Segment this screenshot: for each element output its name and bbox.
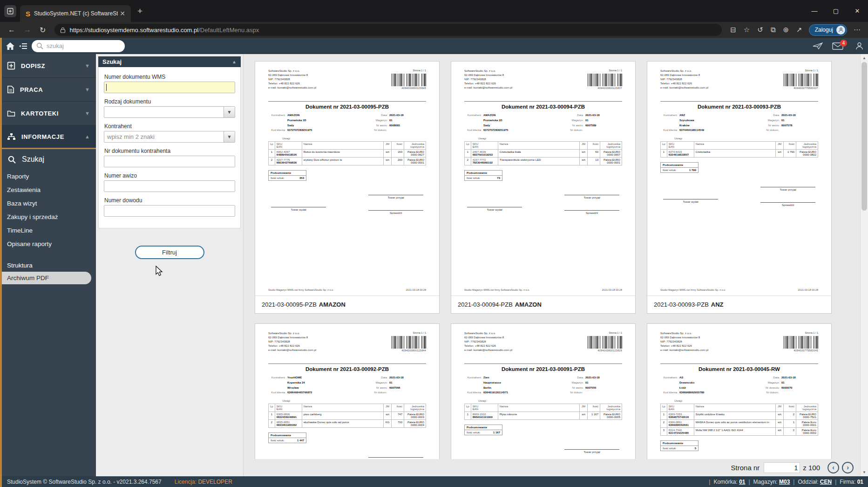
vertical-scrollbar[interactable]: ▲ ▼ xyxy=(860,54,868,476)
statusbar-value[interactable]: CEN xyxy=(820,479,832,485)
meta-label: Kod klienta xyxy=(660,128,677,133)
scroll-up-icon[interactable]: ▲ xyxy=(861,54,868,62)
collapse-panel-icon[interactable]: ▲ xyxy=(232,59,237,64)
next-page-button[interactable]: › xyxy=(842,462,854,473)
history-icon[interactable]: ↺ xyxy=(753,26,767,34)
meta-row: Szyszkowa xyxy=(660,118,763,123)
browser-tab[interactable]: S StudioSystem.NET (c) SoftwareSt ✕ xyxy=(20,5,131,22)
split-screen-icon[interactable]: ⊟ xyxy=(726,26,740,34)
signature-block: Towar wydałTowar przyjąłSprawdził xyxy=(464,195,622,214)
global-search-input[interactable]: szukaj xyxy=(32,40,125,52)
meta-value: 01 xyxy=(585,380,589,385)
sidebar-subitem-timeline[interactable]: TimeLine xyxy=(0,224,96,237)
minimize-button[interactable]: — xyxy=(804,0,825,22)
workspaces-icon[interactable] xyxy=(4,5,16,17)
caption-number: 2021-03-00095-PZB xyxy=(262,301,317,308)
page-info: Strona 1 / 14094000800123837 xyxy=(588,69,622,90)
meta-row: Hauptstrasse xyxy=(464,380,567,385)
meta-label: Magazyn xyxy=(763,380,779,385)
sidebar-subitem-zestawienia[interactable]: Zestawienia xyxy=(0,183,96,197)
extensions-icon[interactable]: ⊕ xyxy=(779,26,793,34)
sidebar-subitem-baza-wizyt[interactable]: Baza wizyt xyxy=(0,197,96,210)
back-icon[interactable]: ← xyxy=(4,26,20,34)
meta-row: Kod klienta6366968662955780 xyxy=(660,390,763,395)
document-card[interactable]: SoftwareStudio Sp. z o.o.62-069 Dąbrowa … xyxy=(255,61,440,314)
address-bar[interactable]: https://studiosystemdemo.softwarestudio.… xyxy=(54,24,722,36)
meta-value: 01 xyxy=(389,118,393,123)
select-value: wpisz min 2 znaki xyxy=(104,131,224,142)
sidebar-subitem-archiwum-pdf[interactable]: Archiwum PDF xyxy=(0,272,91,284)
field-label: Numer awizo xyxy=(104,172,235,179)
browser-login-button[interactable]: Zaloguj xyxy=(809,24,847,36)
document-card[interactable]: SoftwareStudio Sp. z o.o.62-069 Dąbrowa … xyxy=(255,323,440,476)
filter-panel-header[interactable]: Szukaj ▲ xyxy=(98,56,241,67)
select-kontrahent[interactable]: wpisz min 2 znaki▼ xyxy=(104,131,235,143)
document-meta: KontrahentYourHOMEKopernika 34WrocławKod… xyxy=(268,375,426,395)
scrollbar-thumb[interactable] xyxy=(861,62,867,211)
collapse-menu-icon[interactable] xyxy=(19,42,28,50)
signature-right-column: Towar przyjąłSprawdził xyxy=(368,195,423,214)
page-label: Strona nr xyxy=(731,464,760,472)
chevron-down-icon[interactable]: ▼ xyxy=(224,131,235,142)
sidebar-subitem-opisane-raporty[interactable]: Opisane raporty xyxy=(0,237,96,251)
close-button[interactable]: ✕ xyxy=(847,0,868,22)
sidebar-subitem-zakupy-i-sprzeda-[interactable]: Zakupy i sprzedaż xyxy=(0,210,96,224)
collections-icon[interactable]: ⧉ xyxy=(767,26,780,34)
sidebar-item-dopisz[interactable]: DOPISZ▼ xyxy=(0,54,96,78)
meta-label: Magazyn xyxy=(567,380,583,385)
send-icon[interactable] xyxy=(813,42,823,49)
meta-row: Magazyn01 xyxy=(763,118,818,123)
input-nr-dokumentu-kontrahenta[interactable] xyxy=(104,156,235,167)
favorites-star-icon[interactable]: ☆ xyxy=(740,26,753,34)
document-card[interactable]: SoftwareStudio Sp. z o.o.62-069 Dąbrowa … xyxy=(451,323,636,476)
document-card[interactable]: SoftwareStudio Sp. z o.o.62-069 Dąbrowa … xyxy=(451,61,636,314)
barcode-image xyxy=(784,74,818,86)
statusbar-value: 01 xyxy=(857,479,863,485)
home-icon[interactable] xyxy=(6,42,15,50)
sidebar-subitem-raporty[interactable]: Raporty xyxy=(0,170,96,183)
uwagi-label: Uwagi: xyxy=(674,137,818,140)
input-numer-dokumentu-wms[interactable] xyxy=(104,82,235,93)
chevron-down-icon[interactable]: ▼ xyxy=(224,107,235,117)
document-card[interactable]: SoftwareStudio Sp. z o.o.62-069 Dąbrowa … xyxy=(647,323,832,476)
filter-button[interactable]: Filtruj xyxy=(135,246,204,259)
statusbar-value[interactable]: 01 xyxy=(739,479,745,485)
page-count-label: Strona 1 / 1 xyxy=(784,331,818,334)
tab-close-icon[interactable]: ✕ xyxy=(118,10,127,17)
page-number-input[interactable] xyxy=(764,462,800,473)
input-numer-awizo[interactable] xyxy=(104,180,235,192)
scroll-down-icon[interactable]: ▼ xyxy=(861,468,868,476)
sidebar-item-informacje[interactable]: INFORMACJE▲ xyxy=(0,125,96,149)
share-icon[interactable]: ↗ xyxy=(793,26,806,34)
meta-label: Kontrahent xyxy=(660,113,677,118)
refresh-icon[interactable]: ↻ xyxy=(35,26,50,34)
lock-icon xyxy=(60,27,66,33)
sidebar-item-kartoteki[interactable]: KARTOTEKI▼ xyxy=(0,102,96,125)
input-numer-dowodu[interactable] xyxy=(104,205,235,217)
signature-right-column: Towar przyjąłSprawdził xyxy=(564,195,619,214)
prev-page-button[interactable]: ‹ xyxy=(827,462,839,473)
meta-label: Data xyxy=(763,113,779,118)
select-rodzaj-dokumentu[interactable]: ▼ xyxy=(104,106,235,118)
mail-icon[interactable]: 4 xyxy=(832,42,843,50)
maximize-button[interactable]: ▢ xyxy=(825,0,847,22)
sidebar-item-praca[interactable]: PRACA▼ xyxy=(0,78,96,102)
user-icon[interactable] xyxy=(855,42,863,50)
forward-icon[interactable]: → xyxy=(20,26,35,34)
new-tab-button[interactable]: + xyxy=(137,6,142,16)
statusbar-value[interactable]: M03 xyxy=(779,479,790,485)
signature-towar-przyjal: Towar przyjął xyxy=(564,195,619,199)
document-card[interactable]: SoftwareStudio Sp. z o.o.62-069 Dąbrowa … xyxy=(647,61,832,314)
browser-tab-strip: S StudioSystem.NET (c) SoftwareSt ✕ + — … xyxy=(0,0,868,22)
more-menu-icon[interactable]: ⋯ xyxy=(850,26,864,34)
meta-value: 6008081 xyxy=(389,123,400,128)
page-count-label: Strona 1 / 1 xyxy=(588,69,622,72)
doc-info-block: Data2021-03-18Magazyn01Nr dowodu6000070N… xyxy=(763,375,818,395)
meta-label xyxy=(660,118,677,123)
field-label: Rodzaj dokumentu xyxy=(104,98,235,105)
sidebar-subitem-struktura[interactable]: Struktura xyxy=(0,259,96,272)
sidebar-item-szukaj[interactable]: Szukaj xyxy=(0,149,96,170)
meta-label: Nr dokum. xyxy=(567,390,583,395)
select-value xyxy=(104,107,224,117)
company-header: SoftwareStudio Sp. z o.o.62-069 Dąbrowa … xyxy=(660,69,708,90)
